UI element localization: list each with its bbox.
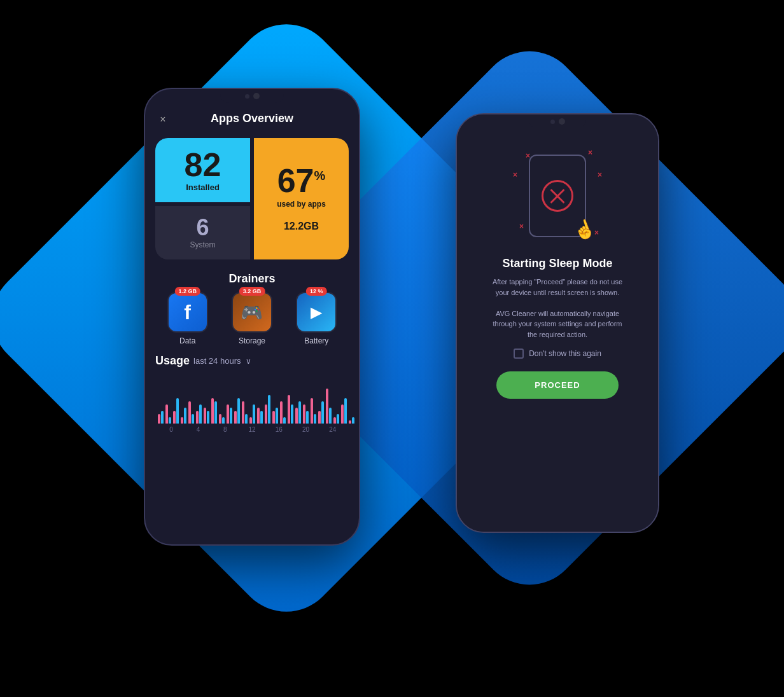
chart-bar-pink <box>280 401 283 424</box>
notch-speaker <box>550 120 555 124</box>
chart-bar-group <box>234 398 240 424</box>
chart-bar-group <box>341 398 347 424</box>
play-store-icon: ▶ <box>297 293 335 331</box>
chart-bar-group <box>227 404 232 424</box>
chart-bar-cyan <box>344 398 347 424</box>
sleep-desc-4: through your system settings and perform <box>493 320 622 328</box>
drainer-storage-label: Storage <box>239 336 265 345</box>
chart-bar-cyan <box>298 401 301 424</box>
chart-bar-cyan <box>329 408 332 424</box>
chart-bar-pink <box>181 417 183 424</box>
notch-front <box>220 89 284 103</box>
chart-bar-cyan <box>214 401 217 424</box>
front-screen: × Apps Overview 82 Installed 67 % used b… <box>145 89 359 544</box>
drainer-storage-badge: 3.2 GB <box>239 287 265 296</box>
proceed-button[interactable]: PROCEED <box>496 371 618 399</box>
x-mark-4: × <box>598 170 602 179</box>
facebook-icon: f <box>169 293 207 331</box>
drainer-data[interactable]: 1.2 GB f Data <box>167 292 208 345</box>
usage-chart <box>155 373 349 424</box>
chart-bar-cyan <box>253 404 255 424</box>
close-button[interactable]: × <box>155 112 171 127</box>
phone-back: × × × × × × ☝ Starting Sleep Mode After … <box>456 113 659 533</box>
chart-bar-group <box>349 417 354 424</box>
usage-percent: 67 <box>277 164 314 197</box>
scene-container: × × × × × × ☝ Starting Sleep Mode After … <box>106 62 678 635</box>
installed-count: 82 <box>185 148 221 181</box>
chart-bar-pink <box>219 414 221 424</box>
chart-bar-pink <box>341 404 344 424</box>
drainer-storage[interactable]: 3.2 GB 🎮 Storage <box>232 292 272 345</box>
chart-label-20: 20 <box>292 426 319 433</box>
chart-bar-group <box>333 414 339 424</box>
chart-bar-group <box>249 404 255 424</box>
chart-bar-pink <box>257 408 260 424</box>
drainers-section: Drainers 1.2 GB f Data <box>145 266 359 349</box>
chart-bar-group <box>165 404 171 424</box>
dont-show-checkbox[interactable] <box>514 348 524 359</box>
chart-label-16: 16 <box>265 426 292 433</box>
x-mark-2: × <box>588 148 592 157</box>
notch-back <box>529 114 586 128</box>
chart-bar-cyan <box>260 411 263 424</box>
usage-card: 67 % used by apps 12.2GB <box>254 138 349 259</box>
drainer-data-icon-wrap: 1.2 GB f <box>167 292 208 333</box>
sleep-illustration: × × × × × × ☝ <box>507 145 608 247</box>
drainer-battery-label: Battery <box>304 336 328 345</box>
chart-bar-cyan <box>291 404 293 424</box>
drainer-data-icon-bg: f <box>167 292 208 333</box>
chart-bar-group <box>219 414 225 424</box>
chart-bar-group <box>257 408 263 424</box>
drainer-storage-icon-wrap: 3.2 GB 🎮 <box>232 292 272 333</box>
chart-bar-group <box>280 401 286 424</box>
chart-bar-pink <box>265 404 267 424</box>
chart-bar-cyan <box>337 414 339 424</box>
chart-bar-pink <box>165 404 168 424</box>
chart-bar-group <box>158 411 164 424</box>
chart-bar-group <box>303 404 309 424</box>
drainers-title: Drainers <box>155 272 349 286</box>
x-mark-3: × <box>513 170 517 179</box>
chart-bar-cyan <box>192 414 194 424</box>
chart-bar-cyan <box>283 417 286 424</box>
dont-show-label: Don't show this again <box>529 349 601 358</box>
chart-bar-cyan <box>230 408 232 424</box>
chart-label-12: 12 <box>239 426 265 433</box>
chart-bar-group <box>295 401 301 424</box>
chart-bar-group <box>311 398 316 424</box>
chart-bar-pink <box>249 417 252 424</box>
used-by-apps-label: used by apps <box>277 200 326 209</box>
chart-label-8: 8 <box>212 426 239 433</box>
drainer-battery[interactable]: 12 % ▶ Battery <box>296 292 337 345</box>
usage-subtitle: last 24 hours <box>193 356 241 366</box>
chart-bar-pink <box>288 395 290 424</box>
chart-bar-pink <box>211 398 214 424</box>
drainer-storage-icon-bg: 🎮 <box>232 292 272 333</box>
usage-dropdown-icon[interactable]: ∨ <box>246 357 251 366</box>
chart-bar-cyan <box>199 404 202 424</box>
notch-front-camera <box>253 93 260 99</box>
chart-bar-cyan <box>161 411 164 424</box>
drainer-battery-icon-wrap: 12 % ▶ <box>296 292 337 333</box>
chart-bar-pink <box>333 417 336 424</box>
percent-symbol: % <box>314 169 326 182</box>
chart-bar-pink <box>196 411 199 424</box>
chart-bar-cyan <box>222 417 225 424</box>
chart-bar-pink <box>318 411 321 424</box>
chart-bar-group <box>288 395 293 424</box>
x-mark-5: × <box>519 222 524 231</box>
chart-bar-pink <box>303 404 305 424</box>
chart-bar-group <box>242 401 248 424</box>
dont-show-row[interactable]: Don't show this again <box>503 348 612 359</box>
chart-bar-pink <box>158 414 160 424</box>
chart-label-0: 0 <box>158 426 185 433</box>
system-label: System <box>190 240 215 249</box>
installed-card: 82 Installed <box>155 138 250 202</box>
chart-bar-cyan <box>237 398 240 424</box>
system-count: 6 <box>196 216 209 239</box>
chart-bar-pink <box>204 408 206 424</box>
chart-bar-cyan <box>314 414 316 424</box>
installed-label: Installed <box>186 183 220 192</box>
chart-bar-cyan <box>276 408 278 424</box>
chart-bar-group <box>265 395 270 424</box>
